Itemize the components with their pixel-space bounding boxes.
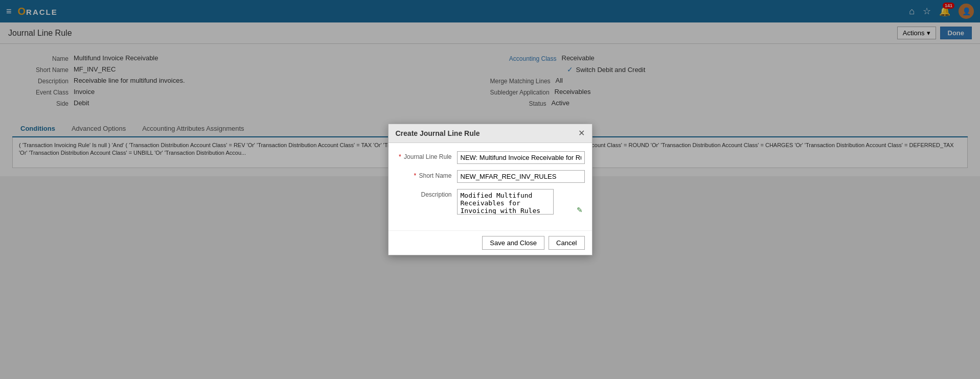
description-expand-icon: ✎	[577, 206, 583, 214]
modal-overlay: Create Journal Line Rule ✕ * Journal Lin…	[0, 0, 980, 379]
modal-title: Create Journal Line Rule	[396, 129, 480, 137]
modal-body: * Journal Line Rule * Short Name Descrip…	[389, 143, 592, 230]
modal-description-input[interactable]	[457, 189, 554, 215]
journal-line-rule-input[interactable]	[457, 151, 585, 164]
modal-footer: Save and Close Cancel	[389, 230, 592, 255]
modal-short-name-row: * Short Name	[396, 170, 585, 183]
modal-description-label: Description	[396, 189, 457, 198]
modal-journal-rule-label: * Journal Line Rule	[396, 151, 457, 160]
modal-short-name-label: * Short Name	[396, 170, 457, 179]
create-journal-line-rule-modal: Create Journal Line Rule ✕ * Journal Lin…	[388, 124, 592, 255]
modal-close-button[interactable]: ✕	[578, 129, 585, 137]
cancel-button[interactable]: Cancel	[549, 236, 584, 250]
modal-description-row: Description ✎	[396, 189, 585, 216]
save-and-close-button[interactable]: Save and Close	[482, 236, 544, 250]
modal-header: Create Journal Line Rule ✕	[389, 124, 592, 143]
modal-description-wrapper: ✎	[457, 189, 585, 216]
modal-journal-rule-row: * Journal Line Rule	[396, 151, 585, 164]
modal-short-name-input[interactable]	[457, 170, 585, 183]
required-star-2: *	[414, 172, 416, 179]
required-star-1: *	[399, 153, 401, 160]
